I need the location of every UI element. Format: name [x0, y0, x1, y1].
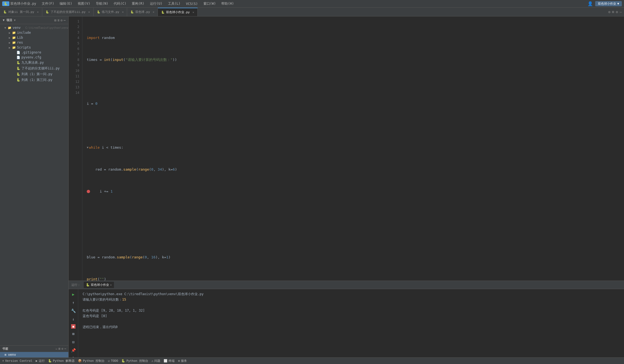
user-avatar-icon[interactable]: 👤	[587, 1, 593, 6]
menu-view[interactable]: 视图(V)	[75, 1, 93, 7]
tree-label-jiujiu: 九九乘法表.py	[21, 60, 68, 65]
down-arrow-icon[interactable]: ↓	[71, 316, 75, 322]
play-button[interactable]: ▶	[71, 291, 75, 297]
tree-item-pyvenv[interactable]: ▶ 📄 pyvenv.cfg	[0, 55, 68, 60]
hide-icon[interactable]: —	[64, 18, 66, 22]
tree-item-list3[interactable]: ▶ 🐍 列表（1）第三问.py	[0, 77, 68, 83]
tab-practice[interactable]: 🐍 练习文件.py ✕	[94, 8, 127, 16]
tab-close-icon[interactable]: ✕	[122, 10, 124, 13]
run-tab-active[interactable]: 🐍 双色球小作业 ✕	[84, 282, 114, 288]
bookmark-venv[interactable]: ≡ venv	[0, 352, 68, 357]
tree-label-list1: 列表（1）第一问.py	[21, 72, 68, 77]
status-run[interactable]: ▶ 运行	[36, 359, 45, 363]
tree-root-venv[interactable]: ▼ 📁 venv C:\tiredTaoist\python\venv	[0, 25, 68, 30]
code-line-6: ▼ while i < times:	[87, 145, 624, 150]
python-icon: 🐍	[161, 11, 164, 14]
app-logo: 🐍	[2, 1, 9, 6]
tree-item-jiujiu[interactable]: ▶ 🐍 九九乘法表.py	[0, 60, 68, 66]
minimize-icon[interactable]: —	[620, 10, 622, 14]
run-tab-close-icon[interactable]: ✕	[110, 283, 112, 286]
code-token: ,	[147, 255, 151, 260]
stop-button[interactable]: ■	[71, 324, 75, 329]
tree-arrow: ▶	[9, 41, 12, 44]
gear-icon[interactable]: ⚙	[616, 10, 618, 14]
tree-item-list1[interactable]: ▶ 🐍 列表（1）第一问.py	[0, 71, 68, 77]
tree-label-scripts: Scripts	[17, 46, 68, 49]
bookmark-hide-icon[interactable]: —	[64, 347, 66, 351]
status-problems[interactable]: ⚠ 问题	[152, 359, 161, 363]
code-line-7: red = random.sample(range(0, 34), k=6)	[87, 167, 624, 172]
pin-icon[interactable]: 📌	[70, 347, 77, 353]
collapse-all-icon[interactable]: ≡	[57, 18, 59, 22]
tree-label-res: res	[17, 41, 68, 44]
bookmark-settings-icon[interactable]: ⚙	[61, 347, 63, 351]
tab-fenzhi[interactable]: 🐍 了不起的分支循环iii.py ✕	[42, 8, 94, 16]
tab-close-icon[interactable]: ✕	[153, 10, 154, 13]
menu-vcs[interactable]: VCS(S)	[184, 1, 200, 6]
tab-shuangse[interactable]: 🐍 双色球.py ✕	[127, 8, 158, 16]
fold-arrow-icon[interactable]: ▼	[87, 145, 88, 150]
menu-tools[interactable]: 工具(L)	[166, 1, 183, 7]
tab-close-icon[interactable]: ✕	[192, 11, 194, 14]
grid-icon[interactable]: ⊞	[71, 331, 75, 337]
status-todo[interactable]: ☑ TODO	[108, 359, 118, 363]
code-line-11: blue = random.sample(range(0, 16), k=1)	[87, 255, 624, 260]
tree-item-res[interactable]: ▶ 📁 res	[0, 40, 68, 45]
tab-close-icon[interactable]: ✕	[88, 10, 90, 13]
bookmark-sort-icon[interactable]: ⊞	[58, 347, 60, 351]
status-python[interactable]: 🐍 Python 解释器	[48, 359, 75, 363]
tree-item-gitignore[interactable]: ▶ 📄 .gitignore	[0, 50, 68, 55]
tab-shuangse-zuo[interactable]: 🐍 双色球小作业.py ✕	[158, 8, 198, 16]
status-terminal[interactable]: ⬜ 终端	[164, 359, 175, 363]
menu-code[interactable]: 代码(C)	[111, 1, 128, 7]
wrench-icon[interactable]: 🔧	[70, 308, 77, 314]
python-icon: 🐍	[46, 10, 49, 13]
console-prompt-line: 请输入要计算的号码次数：15	[83, 297, 620, 302]
menu-window[interactable]: 窗口(W)	[201, 1, 218, 7]
console-icon: 🐍	[121, 359, 125, 363]
tree-item-lib[interactable]: ▶ 📁 Lib	[0, 35, 68, 40]
tree-item-include[interactable]: ▶ 📁 include	[0, 30, 68, 35]
menu-run[interactable]: 运行(U)	[148, 1, 165, 7]
sync-icon[interactable]: ⚙	[608, 10, 611, 14]
menu-refactor[interactable]: 重构(R)	[130, 1, 147, 7]
tab-dxii[interactable]: 🐍 对象ii 第一问.py ✕	[0, 8, 42, 16]
code-token: (	[136, 167, 138, 172]
status-vcs[interactable]: ⬆ Version Control	[2, 359, 32, 363]
trash-icon[interactable]: 🗑	[71, 355, 76, 357]
copy-icon[interactable]: ⊡	[71, 339, 75, 345]
code-line-2: times = int(input("请输入要计算的号码次数："))	[87, 57, 624, 63]
run-tab-label: 双色球小作业	[91, 283, 109, 287]
dropdown-icon[interactable]: ▼	[14, 19, 16, 22]
menu-navigate[interactable]: 导航(N)	[94, 1, 111, 7]
split-icon[interactable]: ⊞	[612, 10, 614, 14]
code-token: random	[108, 167, 121, 172]
status-services[interactable]: ⚙ 服务	[178, 359, 187, 363]
run-content: ▶ ↑ 🔧 ↓ ■ ⊞ ⊡ 📌 🗑 C:\python\python.exe C…	[69, 289, 624, 357]
bookmark-edit-icon[interactable]: ✏	[56, 347, 58, 351]
tab-close-icon[interactable]: ✕	[37, 10, 39, 13]
up-arrow-icon[interactable]: ↑	[71, 300, 75, 306]
status-packages[interactable]: 📦 Python 控制台	[78, 359, 105, 363]
bookmarks-header: 书签 ✏ ⊞ ⚙ —	[0, 346, 68, 352]
scope-icon[interactable]: ⊞	[54, 18, 56, 22]
tree-label-include: include	[17, 31, 68, 35]
status-console[interactable]: 🐍 Python 控制台	[121, 359, 148, 363]
menu-help[interactable]: 帮助(H)	[219, 1, 236, 7]
status-packages-label: Python 控制台	[83, 359, 105, 363]
menu-file[interactable]: 文件(F)	[40, 1, 57, 7]
settings-icon[interactable]: ⚙	[61, 18, 63, 22]
breakpoint-icon[interactable]	[87, 190, 90, 193]
code-token: sample	[117, 255, 130, 260]
tree-item-fenzhi[interactable]: ▶ 🐍 了不起的分支循环iii.py	[0, 66, 68, 71]
code-content[interactable]: import random times = int(input("请输入要计算的…	[82, 16, 624, 281]
project-badge[interactable]: 双色球小作业 ▼	[595, 1, 622, 6]
menu-edit[interactable]: 编辑(E)	[57, 1, 74, 7]
code-token: =	[95, 255, 102, 260]
code-token: i	[87, 101, 89, 106]
tab-label: 了不起的分支循环iii.py	[51, 10, 86, 14]
code-line-3	[87, 79, 624, 84]
tree-item-scripts[interactable]: ▶ 📁 Scripts	[0, 45, 68, 50]
code-token: 6	[173, 167, 175, 172]
code-token: 16	[151, 255, 156, 260]
